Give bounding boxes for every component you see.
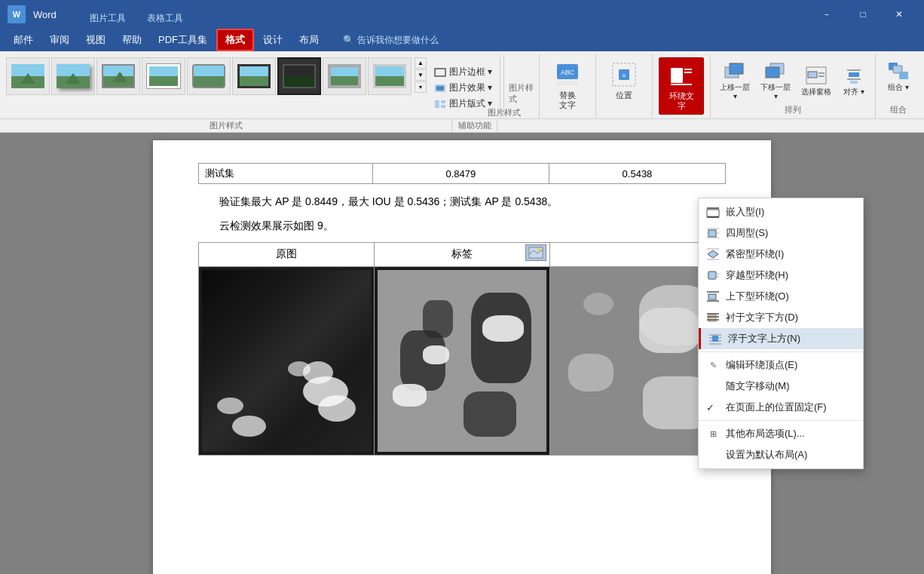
wrap-text-btn[interactable]: 环绕文字 bbox=[659, 57, 704, 115]
wrap-text-label: 环绕文字 bbox=[667, 91, 696, 111]
selection-pane-icon bbox=[804, 65, 828, 86]
svg-rect-17 bbox=[730, 63, 743, 74]
ctx-label-set-default: 设置为默认布局(A) bbox=[726, 448, 851, 462]
pic-style-thumb-3[interactable] bbox=[96, 57, 140, 95]
img-cell-gray-mask bbox=[375, 266, 550, 455]
bring-forward-icon bbox=[723, 60, 747, 81]
align-btn[interactable]: 对齐 ▾ bbox=[837, 57, 870, 104]
dark-cloud-image bbox=[202, 270, 371, 452]
picture-border-btn[interactable]: 图片边框 ▾ bbox=[431, 65, 495, 79]
menu-item-format[interactable]: 格式 bbox=[216, 29, 254, 51]
bring-forward-label: 上移一层 ▾ bbox=[718, 83, 751, 101]
ctx-item-square[interactable]: 四周型(S) bbox=[699, 223, 863, 244]
picture-styles-label: 图片样式 bbox=[488, 107, 521, 118]
title-tabs: 图片工具 表格工具 bbox=[79, 0, 194, 29]
replace-text-btn[interactable]: ABC 替换 文字 bbox=[546, 57, 589, 113]
bring-forward-btn[interactable]: 上移一层 ▾ bbox=[715, 57, 754, 104]
document-area: 测试集 0.8479 0.5438 验证集最大 AP 是 0.8449，最大 I… bbox=[0, 133, 924, 574]
ctx-divider-2 bbox=[699, 420, 863, 421]
ctx-item-edit-wrap[interactable]: ✎ 编辑环绕顶点(E) bbox=[699, 355, 863, 376]
picture-effects-btn[interactable]: 图片效果 ▾ bbox=[431, 81, 495, 95]
app-title: Word bbox=[33, 9, 57, 20]
ctx-item-more-layout[interactable]: ⊞ 其他布局选项(L)... bbox=[699, 423, 863, 444]
menu-item-pdf[interactable]: PDF工具集 bbox=[151, 30, 215, 50]
svg-rect-27 bbox=[850, 81, 858, 84]
ctx-label-more-layout: 其他布局选项(L)... bbox=[726, 427, 851, 440]
align-label: 对齐 ▾ bbox=[843, 87, 864, 97]
svg-rect-7 bbox=[557, 81, 578, 85]
fix-position-check: ✓ bbox=[706, 402, 714, 413]
svg-rect-21 bbox=[808, 72, 817, 78]
tight-icon bbox=[706, 247, 720, 261]
ctx-divider-1 bbox=[699, 351, 863, 352]
combine-icon bbox=[886, 60, 910, 81]
paragraph-2: 云检测效果展示如图 9。 bbox=[198, 217, 726, 234]
svg-point-35 bbox=[537, 248, 540, 251]
ctx-label-move-with-text: 随文字移动(M) bbox=[726, 379, 851, 393]
menu-item-view[interactable]: 视图 bbox=[78, 30, 113, 50]
ctx-label-edit-wrap: 编辑环绕顶点(E) bbox=[726, 358, 851, 372]
pic-style-thumb-5[interactable] bbox=[187, 57, 231, 95]
pic-style-thumb-8[interactable] bbox=[323, 57, 366, 95]
menu-item-help[interactable]: 帮助 bbox=[115, 30, 149, 50]
title-tab-table-tools[interactable]: 表格工具 bbox=[136, 8, 194, 29]
picture-layout-btn[interactable]: 图片版式 ▾ bbox=[431, 97, 495, 111]
pic-style-thumb-7[interactable] bbox=[277, 57, 321, 95]
minimize-button[interactable]: － bbox=[809, 3, 844, 26]
pic-style-thumb-9[interactable] bbox=[368, 57, 412, 95]
ctx-label-front: 浮于文字上方(N) bbox=[728, 332, 851, 345]
wrap-text-section: 环绕文字 bbox=[653, 54, 711, 118]
svg-rect-36 bbox=[707, 210, 719, 216]
ctx-item-fix-position[interactable]: ✓ 在页面上的位置固定(F) bbox=[699, 397, 863, 418]
ctx-item-through[interactable]: 穿越型环绕(H) bbox=[699, 265, 863, 286]
maximize-button[interactable]: □ bbox=[846, 3, 880, 26]
inline-icon bbox=[706, 205, 720, 219]
ctx-item-set-default[interactable]: 设置为默认布局(A) bbox=[699, 444, 863, 465]
svg-text:ABC: ABC bbox=[561, 69, 575, 76]
img-header-label: 标签 bbox=[375, 242, 550, 266]
svg-rect-19 bbox=[766, 67, 779, 78]
app-icon: W bbox=[8, 5, 26, 23]
ctx-item-move-with-text[interactable]: 随文字移动(M) bbox=[699, 376, 863, 397]
selection-pane-btn[interactable]: 选择窗格 bbox=[797, 57, 836, 104]
close-button[interactable]: ✕ bbox=[882, 3, 916, 26]
ctx-item-topbottom[interactable]: 上下型环绕(O) bbox=[699, 286, 863, 307]
document-page: 测试集 0.8479 0.5438 验证集最大 AP 是 0.8449，最大 I… bbox=[153, 140, 771, 574]
ctx-item-tight[interactable]: 紧密型环绕(I) bbox=[699, 244, 863, 265]
title-tab-picture-tools[interactable]: 图片工具 bbox=[79, 8, 136, 29]
thumb-row-1 bbox=[6, 57, 412, 95]
menu-item-mail[interactable]: 邮件 bbox=[6, 30, 41, 50]
pic-style-thumb-1[interactable] bbox=[6, 57, 50, 95]
svg-rect-2 bbox=[436, 86, 444, 91]
scroll-down-btn[interactable]: ▼ bbox=[415, 69, 427, 81]
menu-search[interactable]: 🔍 告诉我你想要做什么 bbox=[343, 34, 439, 47]
ribbon-menu-bar: 邮件 审阅 视图 帮助 PDF工具集 格式 设计 布局 🔍 告诉我你想要做什么 bbox=[0, 29, 924, 51]
svg-rect-63 bbox=[712, 336, 718, 342]
menu-item-design[interactable]: 设计 bbox=[255, 30, 290, 50]
menu-item-review[interactable]: 审阅 bbox=[42, 30, 77, 50]
ctx-item-inline[interactable]: 嵌入型(I) bbox=[699, 201, 863, 223]
replace-text-section: ABC 替换 文字 bbox=[540, 54, 596, 118]
search-icon: 🔍 bbox=[343, 35, 354, 45]
table-cell-label: 测试集 bbox=[199, 164, 373, 184]
table-cell-val2: 0.5438 bbox=[549, 164, 725, 184]
img-header-original: 原图 bbox=[199, 242, 375, 266]
send-backward-label: 下移一层 ▾ bbox=[759, 83, 792, 101]
pic-style-thumb-2[interactable] bbox=[51, 57, 95, 95]
position-btn[interactable]: ≡ 位置 bbox=[602, 57, 646, 103]
position-icon: ≡ bbox=[610, 60, 638, 89]
search-placeholder: 告诉我你想要做什么 bbox=[357, 34, 439, 47]
ctx-label-fix-position: 在页面上的位置固定(F) bbox=[726, 401, 851, 414]
through-icon bbox=[706, 269, 720, 282]
ctx-item-behind[interactable]: 衬于文字下方(D) bbox=[699, 307, 863, 328]
combine-btn[interactable]: 组合 ▾ bbox=[882, 57, 915, 95]
pic-style-thumb-6[interactable] bbox=[232, 57, 276, 95]
menu-item-layout[interactable]: 布局 bbox=[292, 30, 326, 50]
pic-style-thumb-4[interactable] bbox=[142, 57, 185, 95]
send-backward-btn[interactable]: 下移一层 ▾ bbox=[756, 57, 795, 104]
scroll-expand-btn[interactable]: ▾ bbox=[415, 81, 427, 93]
scroll-up-btn[interactable]: ▲ bbox=[415, 57, 427, 69]
ctx-item-front[interactable]: 浮于文字上方(N) bbox=[699, 328, 863, 349]
ctx-label-square: 四周型(S) bbox=[726, 226, 851, 240]
svg-rect-52 bbox=[708, 294, 716, 299]
